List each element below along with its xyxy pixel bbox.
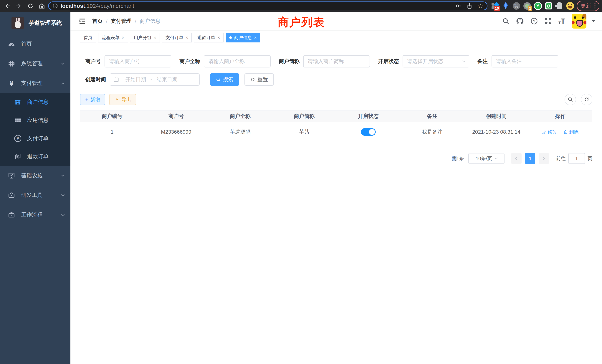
prev-page-button[interactable]	[511, 153, 522, 164]
tab-label: 首页	[84, 35, 93, 41]
sidebar-item-system[interactable]: 系统管理	[0, 54, 70, 73]
header-search-icon[interactable]	[502, 17, 509, 25]
document-icon	[14, 153, 22, 160]
sidebar-item-app-info[interactable]: 应用信息	[0, 111, 70, 129]
tags-view-bar: 首页 流程表单 × 用户分组 × 支付订单 × 退款订单 × 商户信息 ×	[70, 30, 602, 45]
tab-user-group[interactable]: 用户分组 ×	[130, 33, 160, 43]
create-time-label: 创建时间	[85, 76, 106, 83]
avatar-caret-icon[interactable]	[592, 20, 595, 22]
avatar[interactable]	[572, 14, 586, 29]
toggle-search-button[interactable]	[565, 94, 576, 105]
sidebar-item-payment[interactable]: ¥ 支付管理	[0, 73, 70, 93]
reset-button[interactable]: 重置	[245, 73, 274, 86]
breadcrumb-home[interactable]: 首页	[92, 18, 103, 25]
short-name-input[interactable]	[303, 55, 370, 67]
extension-emoji-icon[interactable]	[566, 2, 574, 10]
browser-address-bar[interactable]: localhost:1024/pay/merchant ☆	[48, 1, 487, 10]
close-icon[interactable]: ×	[122, 35, 124, 40]
page-size-select[interactable]: 10条/页	[468, 153, 505, 164]
status-select[interactable]: 请选择开启状态	[403, 55, 469, 67]
remark-label: 备注	[477, 58, 488, 65]
search-button[interactable]: 搜索	[210, 73, 239, 86]
add-button[interactable]: + 新增	[80, 94, 105, 105]
browser-forward-icon[interactable]	[14, 1, 24, 11]
delete-link[interactable]: 删除	[563, 129, 579, 135]
table-header-row: 商户编号 商户号 商户全称 商户简称 开启状态 备注 创建时间 操作	[80, 110, 592, 122]
tab-label: 流程表单	[102, 35, 119, 41]
sidebar-item-dev-tools[interactable]: 研发工具	[0, 185, 70, 205]
gear-icon	[8, 60, 15, 67]
extension-command-icon[interactable]: ⌘	[512, 2, 520, 10]
full-name-label: 商户全称	[179, 58, 200, 65]
close-icon[interactable]: ×	[154, 35, 156, 40]
help-icon[interactable]: ?	[530, 17, 538, 25]
chevron-down-icon	[494, 156, 498, 160]
goto-page-input[interactable]	[568, 153, 585, 164]
full-name-input[interactable]	[204, 55, 271, 67]
browser-update-button[interactable]: 更新	[577, 1, 599, 11]
edit-link[interactable]: 修改	[542, 129, 557, 135]
close-icon[interactable]: ×	[254, 35, 257, 40]
chevron-up-icon	[61, 82, 64, 86]
page-number-1[interactable]: 1	[525, 153, 535, 164]
pagination-total: 共1条	[452, 155, 464, 162]
sidebar-item-workflow[interactable]: 工作流程	[0, 205, 70, 225]
sidebar-item-refund-order[interactable]: 退款订单	[0, 148, 70, 166]
merchant-no-input[interactable]	[105, 55, 171, 67]
close-icon[interactable]: ×	[217, 35, 220, 40]
extension-proxy-icon[interactable]: 1	[523, 2, 531, 10]
github-icon[interactable]	[516, 17, 524, 25]
extension-grid-icon[interactable]: 10	[491, 2, 499, 10]
status-toggle[interactable]	[361, 128, 376, 136]
sidebar-item-merchant-info[interactable]: 商户信息	[0, 93, 70, 111]
extensions-puzzle-icon[interactable]	[555, 2, 563, 10]
next-page-button[interactable]	[539, 153, 549, 164]
tab-process-form[interactable]: 流程表单 ×	[98, 33, 128, 43]
browser-back-icon[interactable]	[3, 1, 12, 11]
sidebar-item-infrastructure[interactable]: 基础设施	[0, 166, 70, 185]
app-title: 芋道管理系统	[29, 19, 62, 27]
merchant-no-label: 商户号	[85, 58, 101, 65]
bookmark-star-icon[interactable]: ☆	[477, 3, 483, 9]
browser-menu-icon[interactable]	[594, 3, 595, 9]
tab-label: 用户分组	[134, 35, 151, 41]
cell-merchant-no: M233666999	[144, 129, 208, 135]
extension-y-icon[interactable]: Y	[534, 2, 542, 10]
sidebar-item-pay-order[interactable]: ¥ 支付订单	[0, 129, 70, 148]
cell-full-name: 芋道源码	[208, 128, 272, 136]
sidebar-item-label: 退款订单	[27, 153, 49, 160]
remark-input[interactable]	[492, 55, 558, 67]
sidebar-collapse-icon[interactable]	[79, 17, 86, 25]
extension-gem-icon[interactable]	[502, 2, 510, 10]
font-size-icon[interactable]: тT	[559, 17, 565, 25]
browser-reload-icon[interactable]	[26, 1, 35, 11]
sidebar-item-label: 支付管理	[21, 79, 62, 87]
start-date-input[interactable]	[121, 76, 150, 83]
merchant-table: 商户编号 商户号 商户全称 商户简称 开启状态 备注 创建时间 操作 1 M23…	[80, 110, 592, 142]
password-key-icon[interactable]	[455, 3, 462, 9]
close-icon[interactable]: ×	[185, 35, 188, 40]
url-text: localhost:1024/pay/merchant	[61, 3, 452, 9]
page-content: 商户号 商户全称 商户简称 开启状态 请选择开启状态	[70, 45, 602, 364]
tab-home[interactable]: 首页	[80, 33, 96, 43]
tab-refund-order[interactable]: 退款订单 ×	[194, 33, 224, 43]
end-date-input[interactable]	[152, 76, 182, 83]
tab-merchant-info[interactable]: 商户信息 ×	[226, 33, 260, 43]
extension-badge: 10	[494, 6, 500, 11]
refresh-button[interactable]	[581, 94, 592, 105]
create-time-range-picker[interactable]: -	[110, 73, 200, 86]
fullscreen-icon[interactable]	[544, 17, 552, 25]
site-info-icon[interactable]	[53, 3, 58, 9]
extension-chat-icon[interactable]	[545, 2, 553, 10]
chevron-down-icon	[61, 173, 64, 177]
app-logo[interactable]: 芋道管理系统	[0, 12, 70, 34]
export-button[interactable]: 导出	[109, 94, 136, 105]
sidebar-item-home[interactable]: 首页	[0, 34, 70, 54]
share-icon[interactable]	[466, 3, 473, 9]
breadcrumb-payment[interactable]: 支付管理	[111, 18, 132, 25]
browser-home-icon[interactable]	[37, 1, 47, 11]
tab-pay-order[interactable]: 支付订单 ×	[162, 33, 192, 43]
table-row: 1 M233666999 芋道源码 芋艿 我是备注 2021-10-23 08:…	[80, 122, 592, 142]
page-annotation: 商户列表	[278, 15, 325, 30]
calendar-icon	[113, 77, 119, 82]
